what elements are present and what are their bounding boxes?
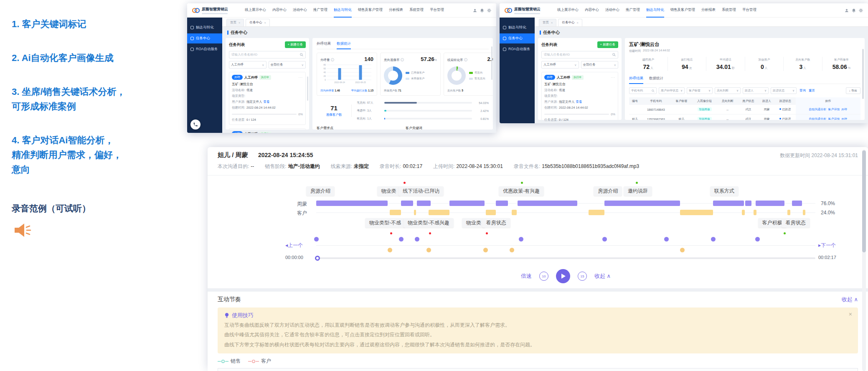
playback-slider[interactable] (316, 257, 815, 259)
nav-item[interactable]: 触达与转化 (334, 8, 352, 13)
sidebar-item[interactable]: ROA自动服务 (500, 44, 535, 54)
nav-item[interactable]: 系统管理 (409, 8, 424, 13)
customer-speech-segment[interactable] (429, 210, 449, 215)
sidebar-item[interactable]: 任务中心 (187, 33, 222, 43)
customer-keyword-dot[interactable] (483, 248, 488, 252)
close-icon[interactable]: × (576, 21, 578, 25)
sales-speech-segment[interactable] (401, 201, 413, 206)
sidebar-item[interactable]: 触达与转化 (500, 23, 535, 33)
view-link[interactable]: 查看 (264, 100, 270, 104)
sales-keyword-dot[interactable] (314, 237, 319, 241)
nav-item[interactable]: 活动中心 (293, 8, 307, 13)
sales-keyword-dot[interactable] (399, 237, 404, 241)
customer-keyword-dot[interactable] (510, 248, 514, 252)
bell-icon[interactable] (480, 8, 484, 13)
sales-speech-segment[interactable] (604, 201, 680, 206)
task-list-scrollbar[interactable] (307, 76, 308, 101)
task-search-input[interactable]: 请输入任务名称/ID (229, 51, 306, 58)
close-icon[interactable]: × (264, 21, 266, 25)
nav-item[interactable]: 推广管理 (313, 8, 327, 13)
phone-search-input[interactable]: 手机号码 (629, 87, 657, 94)
filter-select[interactable]: 意向判断∨ (715, 87, 741, 94)
playback-speed-button[interactable]: 倍速 (521, 272, 532, 280)
customer-keyword-dot[interactable] (388, 248, 392, 252)
sales-speech-segment[interactable] (713, 201, 744, 206)
sales-speech-segment[interactable] (756, 201, 784, 206)
tab-data-stats[interactable]: 数据统计 (649, 76, 663, 81)
nav-item[interactable]: 平台管理 (742, 8, 756, 13)
customer-speech-segment[interactable] (754, 210, 756, 215)
filter-select[interactable]: 客户标签∨ (687, 87, 713, 94)
row-action-link[interactable]: 外呼 (841, 108, 847, 111)
customer-keyword-dot[interactable] (680, 248, 685, 252)
task-status-select[interactable]: 全部任务∨ (581, 61, 619, 69)
filter-select[interactable]: 用户外呼状态∨ (659, 87, 685, 94)
table-row[interactable]: 姐儿13529982363姐儿智能画像--武汉周蒙已跟进自动沟通分析客户详情外呼 (629, 114, 860, 120)
info-icon[interactable]: i (331, 58, 334, 61)
keyword-chip[interactable]: 房源介绍 (306, 186, 335, 196)
scrollbar-thumb[interactable] (862, 150, 866, 252)
customer-speech-segment[interactable] (787, 210, 790, 215)
task-card[interactable]: 外呼人工外呼执行中···五矿·澜悦云台活动名称:低速场景类型:用户来源:指定文件… (229, 72, 306, 125)
sidebar-item[interactable]: ROA自动服务 (187, 44, 222, 54)
tab-home[interactable]: 首页× (539, 19, 556, 26)
tab-home[interactable]: 首页× (226, 19, 244, 26)
gear-icon[interactable] (859, 8, 863, 13)
sidebar-item[interactable]: 触达与转化 (187, 23, 222, 33)
row-action-link[interactable]: 自动沟通分析 (809, 108, 826, 111)
user-icon[interactable] (845, 8, 849, 13)
nav-item[interactable]: 推广管理 (626, 8, 640, 13)
filter-select[interactable]: 跟进人∨ (743, 87, 769, 94)
more-actions-icon[interactable]: ··· (299, 132, 303, 133)
customer-speech-segment[interactable] (803, 210, 805, 215)
sales-keyword-dot[interactable] (602, 237, 607, 241)
customer-speech-segment[interactable] (486, 210, 496, 215)
nav-item[interactable]: 分析报表 (389, 8, 403, 13)
task-status-select[interactable]: 全部任务∨ (269, 61, 306, 69)
view-link[interactable]: 查看 (576, 100, 582, 104)
row-action-link[interactable]: 客户详情 (828, 108, 840, 111)
row-action-link[interactable]: 外呼 (841, 117, 847, 120)
customer-speech-segment[interactable] (742, 210, 745, 215)
customer-speech-segment[interactable] (589, 210, 604, 215)
speaker-icon[interactable] (13, 222, 32, 238)
more-actions-icon[interactable]: ··· (299, 76, 303, 79)
nav-item[interactable]: 分析报表 (701, 8, 716, 13)
app-logo[interactable]: 原圈智慧营销云 (505, 7, 541, 14)
play-button[interactable] (556, 269, 570, 283)
collapse-player-button[interactable]: 收起 ∧ (594, 272, 611, 280)
sales-keyword-dot[interactable] (755, 237, 760, 241)
keyword-chip[interactable]: 邀约说辞 (624, 186, 652, 196)
keyword-chip[interactable]: 看房状态 (482, 218, 510, 228)
task-card[interactable]: 外呼人工外呼执行中···五矿·澜悦云台活动名称:低速场景类型:用户来源:指定文件… (541, 72, 618, 123)
call-type-select[interactable]: 人工外呼∨ (541, 61, 579, 69)
next-keyword-button[interactable]: ▶下一个 (818, 242, 836, 249)
table-scrollbar[interactable] (862, 49, 864, 99)
nav-item[interactable]: 触达与转化 (646, 8, 664, 13)
table-row[interactable]: 18607148643智能画像--武汉周蒙已跟进自动沟通分析客户详情外呼 (629, 105, 860, 114)
prev-keyword-button[interactable]: ◀上一个 (285, 242, 303, 249)
more-actions-icon[interactable]: ··· (611, 76, 616, 79)
nav-item[interactable]: 线上展示中心 (557, 8, 579, 13)
task-search-input[interactable]: 请输入任务名称/ID (541, 51, 618, 58)
interaction-curve-chart[interactable] (218, 368, 858, 371)
export-button[interactable]: ↓ 导出 (846, 87, 860, 94)
customer-speech-segment[interactable] (512, 210, 517, 215)
sales-keyword-dot[interactable] (711, 237, 716, 241)
keyword-chip[interactable]: 物业类型-不感 (365, 218, 405, 228)
close-icon[interactable]: × (849, 311, 852, 318)
keyword-chip[interactable]: 线下活动-已拜访 (398, 186, 444, 196)
nav-item[interactable]: 销售及客户管理 (670, 8, 695, 13)
gear-icon[interactable] (487, 8, 491, 13)
keyword-chip[interactable]: 看房状态 (782, 218, 810, 228)
info-icon[interactable]: i (464, 58, 467, 61)
row-action-link[interactable]: 自动沟通分析 (809, 117, 826, 120)
tab-data-stats[interactable]: 数据统计 (337, 41, 351, 49)
nav-item[interactable]: 平台管理 (430, 8, 444, 13)
rewind-10-button[interactable]: 10 (539, 272, 548, 281)
query-button[interactable]: 查询 (799, 89, 806, 93)
tab-task-center[interactable]: 任务中心× (246, 19, 269, 26)
keyword-chip[interactable]: 房源介绍 (594, 186, 622, 196)
keyword-chip[interactable]: 优惠政策-有兴趣 (499, 186, 544, 196)
sales-speech-segment[interactable] (417, 201, 430, 206)
